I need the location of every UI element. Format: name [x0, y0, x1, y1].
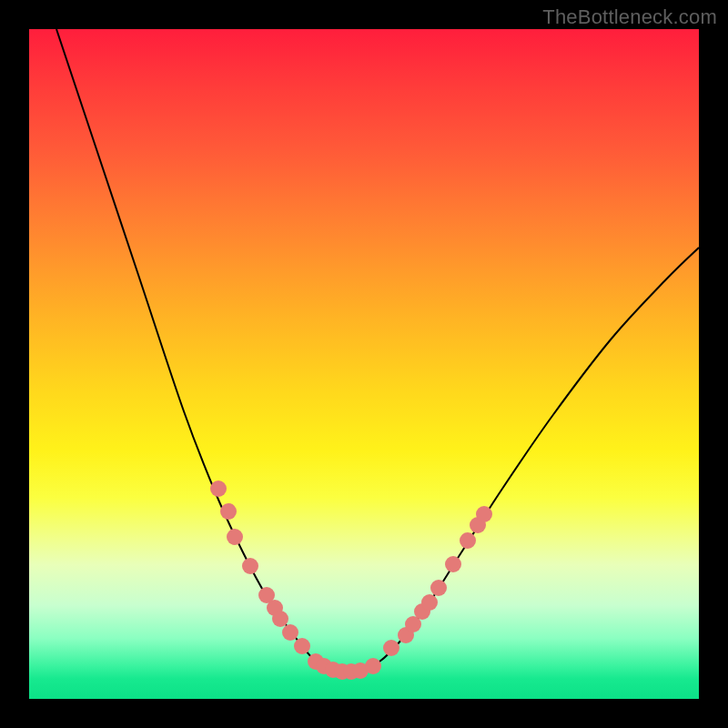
data-dot [430, 580, 447, 596]
data-dot [210, 480, 227, 497]
data-dot [282, 624, 298, 641]
chart-frame: TheBottleneck.com [0, 0, 728, 728]
data-dot [220, 503, 237, 520]
data-dots-group [210, 480, 492, 680]
data-dot [383, 640, 399, 656]
watermark-text: TheBottleneck.com [542, 5, 717, 29]
data-dot [445, 556, 461, 572]
data-dot [242, 558, 258, 574]
data-dot [460, 532, 476, 549]
data-dot [476, 506, 492, 522]
data-dot [227, 529, 243, 545]
data-dot [365, 658, 381, 674]
data-dot [294, 638, 310, 654]
plot-area [29, 29, 699, 699]
bottleneck-curve-svg [29, 29, 699, 699]
data-dot [421, 594, 438, 611]
bottleneck-curve [56, 29, 699, 672]
data-dot [272, 611, 288, 627]
